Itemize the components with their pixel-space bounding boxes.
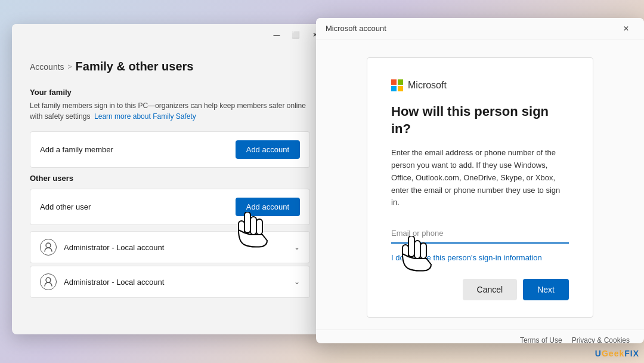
add-other-user-card: Add other user Add account	[30, 189, 310, 225]
breadcrumb: Accounts > Family & other users	[30, 60, 310, 73]
watermark: UGeekFIX	[595, 349, 639, 358]
ms-dialog-title: Microsoft account	[326, 24, 386, 33]
breadcrumb-accounts[interactable]: Accounts	[30, 62, 64, 72]
user-row-1[interactable]: Administrator - Local account ⌄	[30, 231, 310, 263]
ms-dialog-description: Enter the email address or phone number …	[391, 147, 569, 209]
settings-window: — ⬜ ✕ Accounts > Family & other users Yo…	[12, 24, 328, 334]
ms-no-account-link[interactable]: I don't have this person's sign-in infor…	[391, 253, 569, 262]
family-safety-link[interactable]: Learn more about Family Safety	[94, 112, 196, 121]
ms-terms-link[interactable]: Terms of Use	[520, 336, 562, 343]
chevron-icon-2: ⌄	[294, 278, 300, 286]
minimize-button[interactable]: —	[268, 29, 285, 41]
family-section-desc: Let family members sign in to this PC—or…	[30, 100, 310, 122]
ms-card: Microsoft How will this person sign in? …	[367, 57, 593, 318]
add-other-user-label: Add other user	[40, 202, 91, 211]
user-icon-2	[40, 273, 57, 290]
ms-logo-grid	[391, 79, 403, 91]
svg-point-0	[46, 243, 51, 248]
user-row-2[interactable]: Administrator - Local account ⌄	[30, 266, 310, 298]
ms-logo: Microsoft	[391, 79, 569, 91]
ms-titlebar: Microsoft account ✕	[316, 18, 644, 39]
chevron-icon-1: ⌄	[294, 243, 300, 251]
ms-privacy-link[interactable]: Privacy & Cookies	[572, 336, 630, 343]
ms-cancel-button[interactable]: Cancel	[463, 279, 518, 300]
ms-logo-text: Microsoft	[408, 80, 447, 91]
svg-point-1	[46, 278, 51, 282]
ms-next-button[interactable]: Next	[523, 279, 569, 300]
add-other-account-button[interactable]: Add account	[236, 198, 300, 216]
other-users-title: Other users	[30, 174, 310, 183]
ms-close-button[interactable]: ✕	[618, 23, 634, 35]
ms-email-input[interactable]	[391, 223, 569, 244]
breadcrumb-separator: >	[68, 63, 72, 71]
user-icon-1	[40, 239, 57, 256]
maximize-button[interactable]: ⬜	[287, 29, 304, 41]
settings-titlebar: — ⬜ ✕	[12, 24, 328, 45]
ms-dialog-actions: Cancel Next	[391, 279, 569, 300]
add-family-account-button[interactable]: Add account	[236, 140, 300, 159]
ms-email-input-group	[391, 223, 569, 244]
add-family-label: Add a family member	[40, 145, 113, 154]
breadcrumb-current: Family & other users	[76, 60, 194, 73]
ms-dialog-body: Microsoft How will this person sign in? …	[316, 39, 644, 330]
user-name-1: Administrator - Local account	[64, 243, 294, 252]
ms-dialog-footer: Terms of Use Privacy & Cookies	[316, 330, 644, 343]
ms-dialog-heading: How will this person sign in?	[391, 103, 569, 137]
family-section-title: Your family	[30, 88, 310, 97]
settings-content: Accounts > Family & other users Your fam…	[12, 45, 328, 315]
user-name-2: Administrator - Local account	[64, 278, 294, 287]
add-family-card: Add a family member Add account	[30, 131, 310, 168]
ms-dialog-window: Microsoft account ✕ Microsoft How will t…	[316, 18, 644, 343]
